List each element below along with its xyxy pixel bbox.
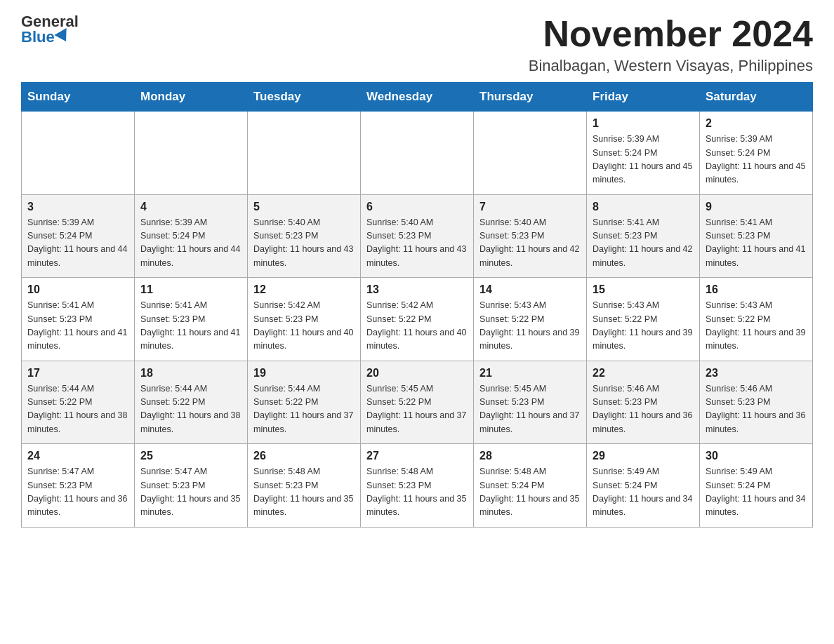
day-number: 26: [253, 450, 355, 462]
weekday-header-monday: Monday: [135, 83, 248, 112]
header: General Blue November 2024 Binalbagan, W…: [21, 14, 813, 75]
day-number: 27: [366, 450, 468, 462]
calendar-cell: 26Sunrise: 5:48 AMSunset: 5:23 PMDayligh…: [248, 444, 361, 528]
weekday-header-wednesday: Wednesday: [361, 83, 474, 112]
calendar-cell: 15Sunrise: 5:43 AMSunset: 5:22 PMDayligh…: [587, 278, 700, 361]
day-info: Sunrise: 5:42 AMSunset: 5:22 PMDaylight:…: [366, 299, 468, 354]
calendar-cell: 10Sunrise: 5:41 AMSunset: 5:23 PMDayligh…: [22, 278, 135, 361]
location-title: Binalbagan, Western Visayas, Philippines: [529, 57, 813, 75]
day-info: Sunrise: 5:40 AMSunset: 5:23 PMDaylight:…: [366, 216, 468, 271]
day-number: 20: [366, 367, 468, 380]
day-info: Sunrise: 5:39 AMSunset: 5:24 PMDaylight:…: [140, 216, 241, 271]
calendar-cell: 23Sunrise: 5:46 AMSunset: 5:23 PMDayligh…: [700, 361, 813, 444]
day-info: Sunrise: 5:45 AMSunset: 5:22 PMDaylight:…: [366, 382, 468, 437]
calendar-week-row: 3Sunrise: 5:39 AMSunset: 5:24 PMDaylight…: [22, 194, 813, 278]
calendar-cell: 7Sunrise: 5:40 AMSunset: 5:23 PMDaylight…: [474, 194, 587, 278]
day-info: Sunrise: 5:48 AMSunset: 5:24 PMDaylight:…: [479, 465, 581, 520]
calendar-cell: [248, 112, 361, 195]
day-info: Sunrise: 5:43 AMSunset: 5:22 PMDaylight:…: [479, 299, 581, 354]
weekday-header-saturday: Saturday: [700, 83, 813, 112]
calendar-week-row: 10Sunrise: 5:41 AMSunset: 5:23 PMDayligh…: [22, 278, 813, 361]
day-number: 3: [27, 201, 128, 213]
day-number: 22: [593, 367, 694, 380]
day-number: 15: [593, 283, 694, 296]
day-number: 30: [706, 450, 807, 462]
day-number: 2: [706, 117, 807, 130]
calendar-week-row: 17Sunrise: 5:44 AMSunset: 5:22 PMDayligh…: [22, 361, 813, 444]
calendar-cell: 17Sunrise: 5:44 AMSunset: 5:22 PMDayligh…: [22, 361, 135, 444]
calendar-cell: 19Sunrise: 5:44 AMSunset: 5:22 PMDayligh…: [248, 361, 361, 444]
calendar-cell: 20Sunrise: 5:45 AMSunset: 5:22 PMDayligh…: [361, 361, 474, 444]
calendar-cell: 11Sunrise: 5:41 AMSunset: 5:23 PMDayligh…: [135, 278, 248, 361]
calendar-cell: 4Sunrise: 5:39 AMSunset: 5:24 PMDaylight…: [135, 194, 248, 278]
calendar-cell: 9Sunrise: 5:41 AMSunset: 5:23 PMDaylight…: [700, 194, 813, 278]
day-info: Sunrise: 5:43 AMSunset: 5:22 PMDaylight:…: [706, 299, 807, 354]
day-info: Sunrise: 5:41 AMSunset: 5:23 PMDaylight:…: [140, 299, 241, 354]
day-info: Sunrise: 5:47 AMSunset: 5:23 PMDaylight:…: [140, 465, 241, 520]
day-info: Sunrise: 5:49 AMSunset: 5:24 PMDaylight:…: [593, 465, 694, 520]
calendar-week-row: 1Sunrise: 5:39 AMSunset: 5:24 PMDaylight…: [22, 112, 813, 195]
calendar-cell: 25Sunrise: 5:47 AMSunset: 5:23 PMDayligh…: [135, 444, 248, 528]
calendar-cell: 29Sunrise: 5:49 AMSunset: 5:24 PMDayligh…: [587, 444, 700, 528]
calendar-cell: 2Sunrise: 5:39 AMSunset: 5:24 PMDaylight…: [700, 112, 813, 195]
calendar-cell: 3Sunrise: 5:39 AMSunset: 5:24 PMDaylight…: [22, 194, 135, 278]
day-info: Sunrise: 5:41 AMSunset: 5:23 PMDaylight:…: [593, 216, 694, 271]
day-number: 9: [706, 201, 807, 213]
day-number: 4: [140, 201, 241, 213]
day-number: 18: [140, 367, 241, 380]
calendar-body: 1Sunrise: 5:39 AMSunset: 5:24 PMDaylight…: [22, 112, 813, 528]
calendar-cell: 21Sunrise: 5:45 AMSunset: 5:23 PMDayligh…: [474, 361, 587, 444]
logo-blue-text: Blue: [21, 29, 70, 45]
calendar-cell: [135, 112, 248, 195]
day-info: Sunrise: 5:42 AMSunset: 5:23 PMDaylight:…: [253, 299, 355, 354]
day-info: Sunrise: 5:44 AMSunset: 5:22 PMDaylight:…: [253, 382, 355, 437]
calendar-cell: [474, 112, 587, 195]
day-number: 25: [140, 450, 241, 462]
day-info: Sunrise: 5:47 AMSunset: 5:23 PMDaylight:…: [27, 465, 128, 520]
calendar-header: SundayMondayTuesdayWednesdayThursdayFrid…: [22, 83, 813, 112]
calendar-cell: 1Sunrise: 5:39 AMSunset: 5:24 PMDaylight…: [587, 112, 700, 195]
day-number: 19: [253, 367, 355, 380]
calendar-cell: 28Sunrise: 5:48 AMSunset: 5:24 PMDayligh…: [474, 444, 587, 528]
calendar-cell: [361, 112, 474, 195]
day-info: Sunrise: 5:41 AMSunset: 5:23 PMDaylight:…: [706, 216, 807, 271]
day-info: Sunrise: 5:43 AMSunset: 5:22 PMDaylight:…: [593, 299, 694, 354]
day-number: 23: [706, 367, 807, 380]
logo-general-text: General: [21, 14, 79, 29]
calendar-cell: 24Sunrise: 5:47 AMSunset: 5:23 PMDayligh…: [22, 444, 135, 528]
day-number: 28: [479, 450, 581, 462]
day-number: 13: [366, 283, 468, 296]
day-info: Sunrise: 5:39 AMSunset: 5:24 PMDaylight:…: [27, 216, 128, 271]
month-title: November 2024: [529, 14, 813, 54]
weekday-header-row: SundayMondayTuesdayWednesdayThursdayFrid…: [22, 83, 813, 112]
logo-triangle-icon: [54, 28, 72, 45]
day-number: 21: [479, 367, 581, 380]
day-info: Sunrise: 5:39 AMSunset: 5:24 PMDaylight:…: [706, 133, 807, 187]
day-number: 5: [253, 201, 355, 213]
day-info: Sunrise: 5:39 AMSunset: 5:24 PMDaylight:…: [593, 133, 694, 187]
calendar-cell: 14Sunrise: 5:43 AMSunset: 5:22 PMDayligh…: [474, 278, 587, 361]
day-number: 16: [706, 283, 807, 296]
day-number: 14: [479, 283, 581, 296]
calendar-cell: 5Sunrise: 5:40 AMSunset: 5:23 PMDaylight…: [248, 194, 361, 278]
weekday-header-sunday: Sunday: [22, 83, 135, 112]
day-info: Sunrise: 5:41 AMSunset: 5:23 PMDaylight:…: [27, 299, 128, 354]
day-number: 29: [593, 450, 694, 462]
day-info: Sunrise: 5:49 AMSunset: 5:24 PMDaylight:…: [706, 465, 807, 520]
weekday-header-thursday: Thursday: [474, 83, 587, 112]
day-number: 6: [366, 201, 468, 213]
calendar-cell: 18Sunrise: 5:44 AMSunset: 5:22 PMDayligh…: [135, 361, 248, 444]
day-info: Sunrise: 5:48 AMSunset: 5:23 PMDaylight:…: [366, 465, 468, 520]
day-info: Sunrise: 5:46 AMSunset: 5:23 PMDaylight:…: [593, 382, 694, 437]
day-info: Sunrise: 5:44 AMSunset: 5:22 PMDaylight:…: [27, 382, 128, 437]
calendar-cell: [22, 112, 135, 195]
calendar-cell: 27Sunrise: 5:48 AMSunset: 5:23 PMDayligh…: [361, 444, 474, 528]
day-number: 1: [593, 117, 694, 130]
logo: General Blue: [21, 14, 79, 45]
weekday-header-tuesday: Tuesday: [248, 83, 361, 112]
day-info: Sunrise: 5:48 AMSunset: 5:23 PMDaylight:…: [253, 465, 355, 520]
calendar-cell: 22Sunrise: 5:46 AMSunset: 5:23 PMDayligh…: [587, 361, 700, 444]
day-info: Sunrise: 5:40 AMSunset: 5:23 PMDaylight:…: [253, 216, 355, 271]
calendar-cell: 13Sunrise: 5:42 AMSunset: 5:22 PMDayligh…: [361, 278, 474, 361]
day-number: 8: [593, 201, 694, 213]
